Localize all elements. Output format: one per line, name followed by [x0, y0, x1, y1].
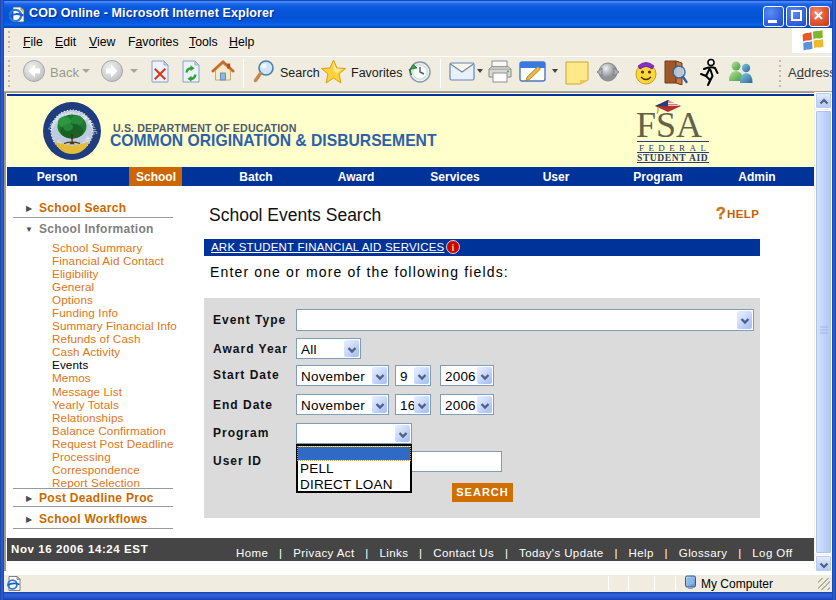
svg-text:i: i	[452, 242, 455, 253]
